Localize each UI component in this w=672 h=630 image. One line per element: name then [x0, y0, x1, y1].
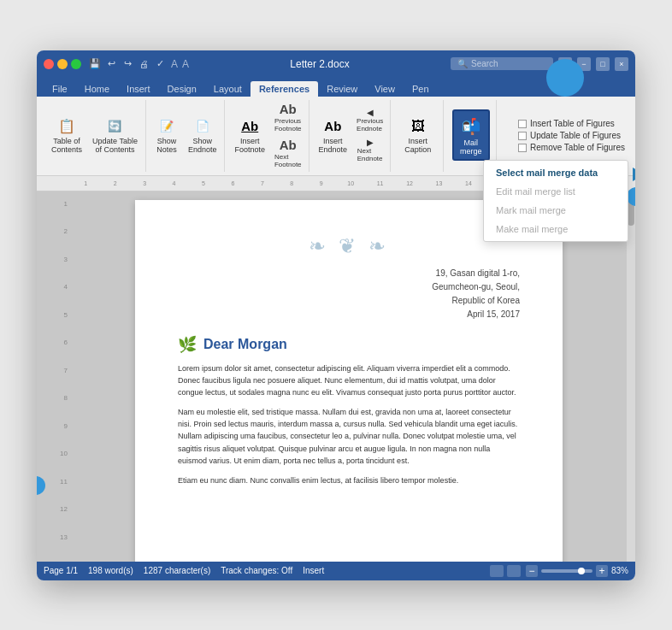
status-bar: Page 1/1 198 word(s) 1287 character(s) T… — [37, 562, 635, 580]
zoom-slider-thumb[interactable] — [578, 568, 585, 574]
ribbon-group-endnote: Ab InsertEndnote ◀ PreviousEndnote ▶ Nex… — [311, 100, 392, 172]
doc-body: Lorem ipsum dolor sit amet, consectetur … — [178, 362, 520, 487]
show-notes-icon: 📝 — [156, 116, 177, 137]
margin-numbers: 1 2 3 4 5 6 7 8 9 10 11 12 13 — [37, 191, 71, 562]
mail-merge-label: Mailmerge — [460, 138, 482, 156]
scrollbar[interactable] — [627, 191, 635, 562]
margin-10: 10 — [37, 450, 71, 478]
toc-label: Table ofContents — [51, 137, 82, 154]
show-endnote-button[interactable]: 📄 ShowEndnote — [184, 114, 221, 156]
window-maximize-icon[interactable]: □ — [596, 57, 610, 71]
dropdown-make-mail-merge: Make mail merge — [484, 220, 628, 238]
insert-caption-button[interactable]: 🖼 InsertCaption — [400, 114, 435, 156]
document-title: Letter 2.docx — [189, 58, 451, 70]
margin-12: 12 — [37, 505, 71, 533]
insert-endnote-icon: Ab — [322, 116, 343, 137]
remove-table-figures-item[interactable]: Remove Table of Figures — [518, 143, 625, 152]
view-icons — [490, 565, 521, 577]
insert-endnote-label: InsertEndnote — [319, 137, 348, 154]
update-table-figures-item[interactable]: Update Table of Figures — [518, 131, 625, 140]
save-icon[interactable]: 💾 — [88, 57, 102, 71]
toc-items: 📋 Table ofContents 🔄 Update Tableof Cont… — [47, 100, 142, 170]
maximize-button[interactable] — [71, 59, 81, 69]
zoom-slider[interactable] — [541, 569, 592, 573]
prev-endnote-icon: ◀ — [367, 108, 374, 117]
document-scroll[interactable]: ❧ ❦ ❧ 19, Gasan digital 1-ro, Geumcheon-… — [71, 191, 627, 562]
ruler-mark: 4 — [159, 180, 188, 186]
zoom-out-button[interactable]: − — [526, 565, 538, 577]
show-notes-button[interactable]: 📝 ShowNotes — [151, 114, 182, 156]
font-color-icon[interactable]: A — [171, 58, 178, 70]
insert-endnote-button[interactable]: Ab InsertEndnote — [315, 114, 352, 156]
address-line4: April 15, 2017 — [178, 308, 520, 321]
tab-layout[interactable]: Layout — [205, 81, 251, 97]
mail-merge-icon: 📬 — [459, 115, 483, 138]
address-line3: Republic of Korea — [178, 294, 520, 308]
mail-merge-dropdown: Select mail merge data Edit mail merge l… — [483, 160, 628, 242]
word-count: 198 word(s) — [88, 566, 133, 575]
footnote-items: Ab InsertFootnote Ab PreviousFootnote Ab… — [230, 100, 304, 170]
insert-table-figures-label: Insert Table of Figures — [530, 119, 615, 128]
title-bar: 💾 ↩ ↪ 🖨 ✓ A A Letter 2.docx 🔍 Search ▾ −… — [37, 50, 635, 78]
update-table-figures-checkbox[interactable] — [518, 132, 527, 140]
next-footnote-icon: Ab — [280, 138, 297, 152]
undo-icon[interactable]: ↩ — [104, 57, 118, 71]
ribbon-tabs: File Home Insert Design Layout Reference… — [37, 78, 635, 97]
tab-review[interactable]: Review — [318, 81, 366, 97]
close-button[interactable] — [44, 59, 54, 69]
next-footnote-button[interactable]: Ab NextFootnote — [271, 136, 305, 170]
table-of-contents-button[interactable]: 📋 Table ofContents — [47, 114, 86, 156]
ruler-mark: 2 — [100, 180, 129, 186]
dropdown-mark-mail-merge: Mark mail merge — [484, 201, 628, 220]
highlight-icon[interactable]: A — [182, 58, 189, 70]
ruler-mark: 14 — [454, 180, 483, 186]
margin-2: 2 — [37, 227, 71, 256]
tab-home[interactable]: Home — [76, 81, 118, 97]
mail-merge-button[interactable]: 📬 Mailmerge — [452, 109, 490, 161]
app-window: 💾 ↩ ↪ 🖨 ✓ A A Letter 2.docx 🔍 Search ▾ −… — [37, 50, 635, 580]
footnote-nav: Ab PreviousFootnote Ab NextFootnote — [271, 100, 305, 170]
tab-references[interactable]: References — [251, 81, 318, 97]
tab-view[interactable]: View — [366, 81, 404, 97]
tab-design[interactable]: Design — [159, 81, 205, 97]
quick-access-toolbar: 💾 ↩ ↪ 🖨 ✓ A A — [88, 57, 189, 71]
insert-footnote-button[interactable]: Ab InsertFootnote — [230, 114, 269, 156]
window-close-icon[interactable]: × — [615, 57, 628, 71]
ruler-mark: 7 — [248, 180, 277, 186]
tab-pen[interactable]: Pen — [404, 81, 438, 97]
update-table-button[interactable]: 🔄 Update Tableof Contents — [88, 114, 142, 156]
next-endnote-button[interactable]: ▶ NextEndnote — [353, 136, 386, 164]
redo-icon[interactable]: ↪ — [121, 57, 134, 71]
tab-file[interactable]: File — [44, 81, 76, 97]
decorative-circle-top — [546, 59, 584, 97]
previous-endnote-button[interactable]: ◀ PreviousEndnote — [353, 106, 386, 134]
update-table-label: Update Tableof Contents — [92, 137, 138, 154]
dropdown-select-mail-merge[interactable]: Select mail merge data — [484, 163, 628, 182]
print-view-icon[interactable] — [490, 565, 504, 577]
insert-table-figures-item[interactable]: Insert Table of Figures — [518, 119, 625, 128]
previous-footnote-button[interactable]: Ab PreviousFootnote — [271, 100, 305, 134]
notes-items: 📝 ShowNotes 📄 ShowEndnote — [151, 100, 221, 170]
margin-7: 7 — [37, 367, 71, 395]
next-endnote-label: NextEndnote — [357, 147, 383, 162]
insert-footnote-label: InsertFootnote — [234, 137, 265, 154]
zoom-in-button[interactable]: + — [596, 565, 608, 577]
minimize-button[interactable] — [57, 59, 68, 69]
web-view-icon[interactable] — [507, 565, 521, 577]
insert-footnote-icon: Ab — [239, 116, 260, 137]
endnote-nav: ◀ PreviousEndnote ▶ NextEndnote — [353, 106, 386, 164]
remove-table-figures-checkbox[interactable] — [518, 144, 527, 152]
tab-insert[interactable]: Insert — [118, 81, 159, 97]
update-table-icon: 🔄 — [104, 116, 125, 137]
insert-table-figures-checkbox[interactable] — [518, 120, 527, 128]
margin-6: 6 — [37, 339, 71, 367]
doc-salutation: 🌿 Dear Morgan — [178, 335, 520, 354]
print-icon[interactable]: 🖨 — [137, 57, 150, 71]
ruler-mark: 10 — [336, 180, 365, 186]
margin-1: 1 — [37, 200, 71, 228]
spellcheck-icon[interactable]: ✓ — [153, 57, 167, 71]
status-right: − + 83% — [490, 565, 628, 577]
ruler-mark: 12 — [395, 180, 424, 186]
search-box[interactable]: 🔍 Search — [451, 57, 553, 70]
insert-caption-label: InsertCaption — [404, 137, 431, 154]
